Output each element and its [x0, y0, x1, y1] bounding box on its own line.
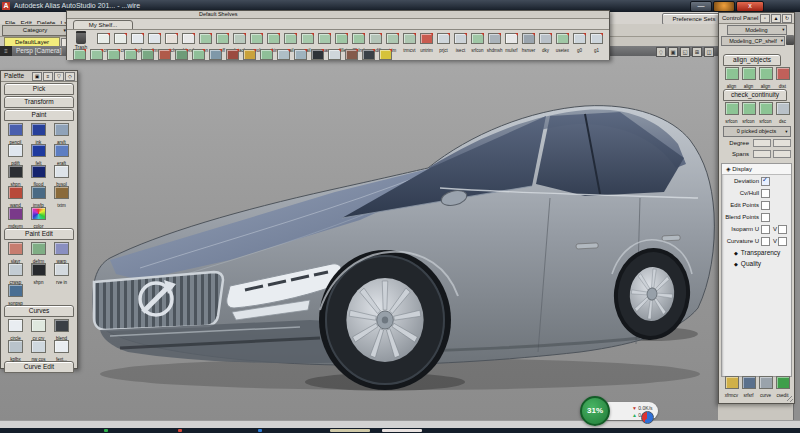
shelf-tool[interactable] — [173, 46, 190, 64]
palette-window[interactable]: Palette ▣ ≡ ▽ ◇ Pick Transform Paint pen… — [0, 70, 78, 369]
shelf-tool[interactable] — [156, 46, 173, 64]
palette-tool[interactable]: eraft — [50, 143, 73, 164]
cp-tool[interactable]: csedit — [774, 375, 791, 397]
display-option-checkbox[interactable] — [761, 201, 770, 210]
cp-shelf-dropdown[interactable]: Modeling_CP_shelf▾ — [721, 36, 785, 46]
palette-tool[interactable]: fext... — [50, 339, 73, 360]
display-option-v-checkbox[interactable] — [778, 225, 787, 234]
shelf-tool[interactable] — [122, 46, 139, 64]
shelf-tool[interactable] — [241, 46, 258, 64]
display-option-checkbox[interactable] — [761, 177, 770, 186]
shelf-tool[interactable]: srfcon — [469, 30, 486, 53]
maximize-button[interactable] — [713, 1, 735, 12]
display-option-v-checkbox[interactable] — [778, 237, 787, 246]
shelf-tool[interactable]: g1 — [588, 30, 605, 53]
palette-tool[interactable]: defrm — [27, 241, 50, 262]
perspective-viewport[interactable]: ≡ Persp [Camera] ⍜ ▣ ◱ ⊞ ◫ — [0, 46, 718, 420]
shelf-tool[interactable] — [139, 46, 156, 64]
shelf-tool[interactable]: hsnver — [520, 30, 537, 53]
cp-refresh-icon[interactable]: ↻ — [782, 14, 792, 23]
palette-tool[interactable]: shpn — [4, 164, 27, 185]
palette-tool[interactable]: arsft — [50, 122, 73, 143]
shelf-tool[interactable] — [105, 46, 122, 64]
cp-collapse-icon[interactable]: ▲ — [771, 14, 781, 23]
car-model-3d[interactable] — [80, 68, 720, 398]
palette-tool[interactable]: warp — [50, 241, 73, 262]
shelf-tool[interactable] — [377, 46, 394, 64]
palette-tool[interactable]: color — [27, 206, 50, 227]
shelf-tool[interactable] — [88, 46, 105, 64]
tab-check-continuity[interactable]: check_continuity — [723, 89, 787, 101]
shelf-tool[interactable]: dky — [537, 30, 554, 53]
palette-tool[interactable]: pencil — [4, 122, 27, 143]
shelf-tool[interactable] — [258, 46, 275, 64]
cp-tool[interactable]: align — [757, 66, 774, 88]
zoom-window-icon[interactable]: ◱ — [680, 47, 690, 57]
palette-tool[interactable]: bysol — [50, 164, 73, 185]
palette-tool[interactable]: wand — [4, 185, 27, 206]
shelf-tool[interactable] — [224, 46, 241, 64]
palette-title-bar[interactable]: Palette ▣ ≡ ▽ ◇ — [1, 71, 77, 82]
display-option-checkbox[interactable] — [761, 225, 770, 234]
shelf-tool[interactable]: trmcvt — [401, 30, 418, 53]
palette-tool[interactable]: imsfp — [27, 185, 50, 206]
palette-tab-curves[interactable]: Curves — [4, 305, 74, 317]
cp-tool[interactable]: curve — [757, 375, 774, 397]
cp-trash-icon[interactable] — [786, 35, 794, 45]
close-button[interactable]: x — [736, 1, 764, 12]
shelf-tool[interactable]: prjct — [435, 30, 452, 53]
palette-tool[interactable]: ink — [27, 122, 50, 143]
taskbar-app-icon[interactable] — [104, 429, 108, 432]
resize-grip[interactable] — [787, 396, 793, 402]
transparency-section[interactable]: Transparency — [722, 247, 791, 258]
spans-v-field[interactable] — [773, 150, 791, 158]
palette-tool[interactable]: felt — [27, 143, 50, 164]
palette-tab-paint[interactable]: Paint — [4, 109, 74, 121]
palette-tool[interactable]: blend — [50, 318, 73, 339]
palette-tool[interactable]: slayr — [4, 241, 27, 262]
cp-tool[interactable]: srfcon — [740, 101, 757, 123]
layout-icon[interactable]: ◫ — [704, 47, 714, 57]
modeling-dropdown[interactable]: Modeling▾ — [727, 25, 787, 35]
cp-tool[interactable]: align — [723, 66, 740, 88]
shelf-tool[interactable] — [343, 46, 360, 64]
palette-pin-icon[interactable]: ▣ — [32, 72, 42, 81]
shelf-tool[interactable] — [326, 46, 343, 64]
control-panel-title-bar[interactable]: Control Panel ▫ ▲ ↻ — [719, 13, 794, 24]
tile-icon[interactable]: ⊞ — [692, 47, 702, 57]
palette-tool[interactable]: circle — [4, 318, 27, 339]
default-shelves-window[interactable]: Default Shelves My Shelf... Trash cv crv… — [66, 10, 610, 60]
palette-close-icon[interactable]: ◇ — [65, 72, 75, 81]
shelf-tool[interactable]: untrim — [418, 30, 435, 53]
degree-u-field[interactable] — [753, 139, 771, 147]
taskbar-window-button[interactable] — [330, 429, 370, 432]
display-option-checkbox[interactable] — [761, 237, 770, 246]
palette-tab-paint-edit[interactable]: Paint Edit — [4, 228, 74, 240]
taskbar-window-button[interactable] — [382, 429, 422, 432]
palette-tool[interactable]: crwsp — [4, 262, 27, 283]
palette-tool[interactable]: txtm — [50, 185, 73, 206]
display-option-checkbox[interactable] — [761, 189, 770, 198]
net-app-icon[interactable] — [641, 411, 654, 424]
category-dropdown[interactable]: Category▾ — [2, 25, 68, 36]
palette-tab-pick[interactable]: Pick — [4, 83, 74, 95]
taskbar-app-icon[interactable] — [178, 429, 182, 432]
taskbar-app-icon[interactable] — [258, 429, 262, 432]
degree-v-field[interactable] — [773, 139, 791, 147]
palette-menu-icon[interactable]: ≡ — [43, 72, 53, 81]
control-panel-window[interactable]: Control Panel ▫ ▲ ↻ Modeling▾ Modeling_C… — [718, 12, 795, 404]
windows-taskbar[interactable] — [0, 428, 800, 433]
cp-tool[interactable]: dtst — [774, 66, 791, 88]
palette-tool[interactable]: sonpsp — [4, 283, 27, 304]
lightbulb-icon[interactable]: ⍜ — [656, 47, 666, 57]
palette-tool[interactable]: cv crv — [27, 318, 50, 339]
shelf-tool[interactable] — [275, 46, 292, 64]
minimize-button[interactable]: — — [690, 1, 712, 12]
palette-collapse-icon[interactable]: ▽ — [54, 72, 64, 81]
shelves-title[interactable]: Default Shelves — [67, 11, 609, 19]
cp-tool[interactable]: srfsrf — [740, 375, 757, 397]
display-header[interactable]: ◈ Display — [722, 164, 791, 175]
palette-tab-transform[interactable]: Transform — [4, 96, 74, 108]
cp-tool[interactable]: dsc — [774, 101, 791, 123]
shelf-tool[interactable] — [292, 46, 309, 64]
